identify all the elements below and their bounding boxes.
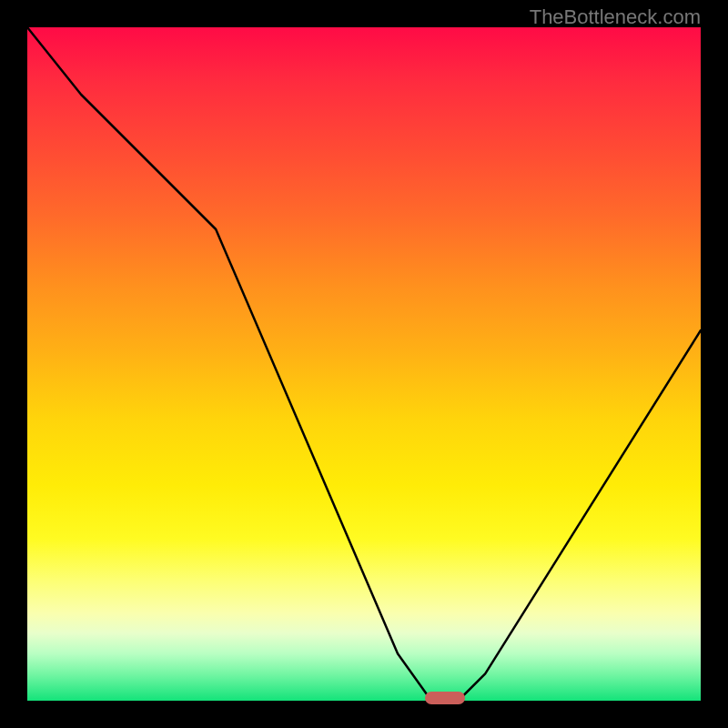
bottleneck-curve — [27, 27, 701, 701]
chart-frame: TheBottleneck.com — [0, 0, 728, 728]
optimal-marker — [425, 692, 465, 704]
watermark-text: TheBottleneck.com — [530, 5, 701, 29]
curve-path — [27, 27, 701, 701]
plot-area — [27, 27, 701, 701]
